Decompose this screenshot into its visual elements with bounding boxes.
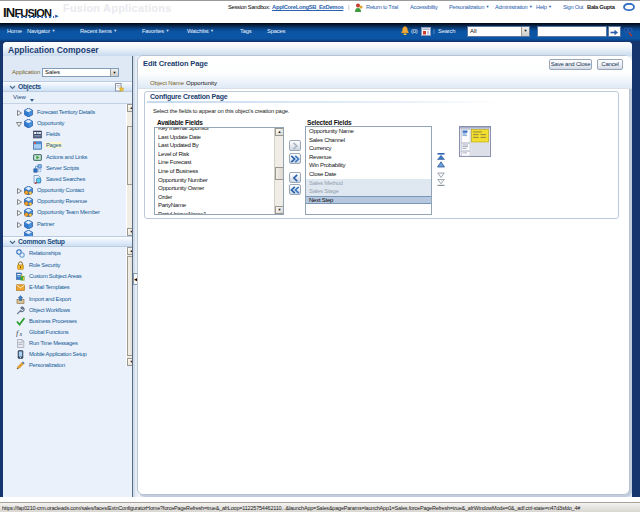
svg-text:x: x	[19, 331, 23, 337]
